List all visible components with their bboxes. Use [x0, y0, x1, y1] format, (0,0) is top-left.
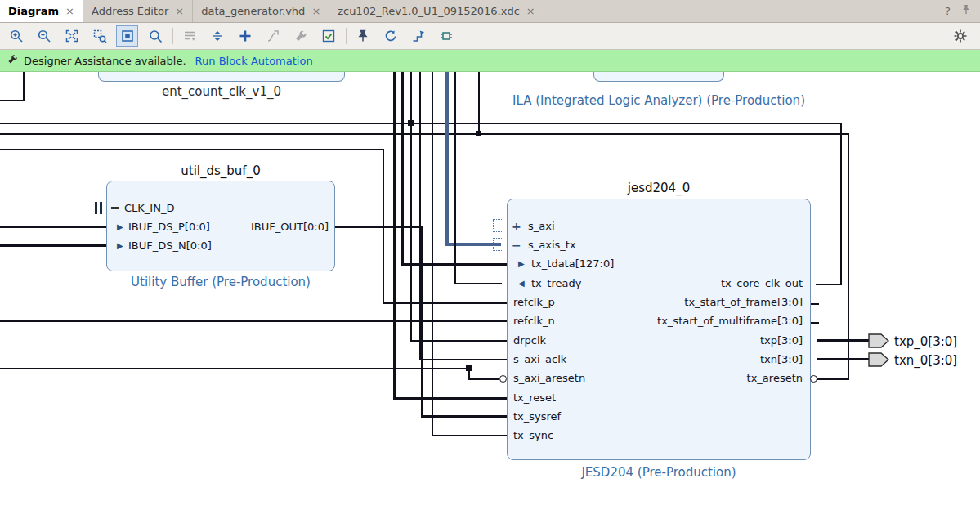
block-design-canvas[interactable]: ent_count_clk_v1_0 ILA (Integrated Logic…: [0, 72, 980, 519]
wire-segment[interactable]: [848, 133, 849, 380]
port-arrow-icon: ▶: [518, 260, 525, 268]
port-s-axi-aresetn[interactable]: s_axi_aresetn: [513, 372, 585, 384]
wire-segment-highlighted[interactable]: [445, 72, 449, 245]
port-tx-tready[interactable]: tx_tready: [531, 277, 581, 289]
block-type-label: JESD204 (Pre-Production): [507, 465, 811, 480]
find-icon[interactable]: [144, 25, 166, 47]
wire-segment[interactable]: [0, 149, 384, 150]
wire-segment[interactable]: [432, 72, 433, 436]
port-arrow-icon: ▶: [117, 242, 123, 250]
wire-segment[interactable]: [0, 368, 470, 369]
validate-design-icon[interactable]: [317, 25, 339, 47]
port-ibuf-ds-n[interactable]: IBUF_DS_N[0:0]: [128, 239, 212, 252]
wire-segment[interactable]: [0, 244, 107, 247]
external-port-icon-txp[interactable]: [868, 333, 889, 348]
block-ila-fragment[interactable]: [593, 72, 724, 82]
tab-data-generator[interactable]: data_generator.vhd ×: [193, 0, 329, 22]
wire-segment[interactable]: [401, 72, 404, 266]
wire-segment[interactable]: [0, 320, 507, 322]
wire-segment[interactable]: [334, 226, 423, 228]
wire-segment[interactable]: [816, 284, 842, 285]
designer-assistance-banner: Designer Assistance available. Run Block…: [0, 50, 980, 72]
close-icon[interactable]: ×: [65, 5, 74, 17]
port-tx-core-clk-out[interactable]: tx_core_clk_out: [613, 277, 803, 289]
help-icon[interactable]: ?: [945, 5, 951, 17]
collapse-minus-icon[interactable]: [111, 207, 119, 209]
port-tx-start-of-frame[interactable]: tx_start_of_frame[3:0]: [613, 296, 803, 308]
wire-segment[interactable]: [410, 340, 507, 342]
wire-segment[interactable]: [23, 72, 25, 101]
wire-segment[interactable]: [468, 378, 499, 380]
wire-segment[interactable]: [0, 100, 25, 101]
port-tx-sync[interactable]: tx_sync: [513, 429, 553, 441]
wire-segment[interactable]: [817, 378, 848, 380]
block-title[interactable]: jesd204_0: [507, 181, 811, 195]
port-txn[interactable]: txn[3:0]: [613, 353, 803, 365]
wire-segment[interactable]: [410, 72, 412, 342]
tab-diagram[interactable]: Diagram ×: [0, 0, 83, 22]
port-tx-start-of-multiframe[interactable]: tx_start_of_multiframe[3:0]: [613, 315, 803, 327]
wire-segment[interactable]: [383, 302, 507, 304]
port-s-axis-tx[interactable]: s_axis_tx: [528, 239, 576, 251]
optimize-routing-icon[interactable]: [407, 25, 429, 47]
port-s-axi-aclk[interactable]: s_axi_aclk: [513, 353, 566, 365]
wire-segment[interactable]: [0, 133, 849, 135]
port-tx-sysref[interactable]: tx_sysref: [513, 410, 561, 423]
settings-gear-icon[interactable]: [949, 25, 971, 47]
run-block-automation-link[interactable]: Run Block Automation: [195, 55, 313, 67]
port-ibuf-ds-p[interactable]: IBUF_DS_P[0:0]: [128, 221, 210, 233]
port-refclk-p[interactable]: refclk_p: [513, 296, 555, 308]
close-icon[interactable]: ×: [526, 5, 535, 17]
regenerate-layout-icon[interactable]: [379, 25, 401, 47]
port-txp[interactable]: txp[3:0]: [613, 334, 803, 347]
autofit-selection-icon[interactable]: [116, 25, 138, 47]
port-tx-tdata[interactable]: tx_tdata[127:0]: [531, 257, 614, 270]
wire-junction: [476, 131, 481, 136]
wire-segment[interactable]: [811, 322, 819, 324]
wire-segment[interactable]: [454, 283, 502, 284]
wire-segment[interactable]: [421, 415, 507, 418]
zoom-to-selected-icon[interactable]: [88, 25, 110, 47]
external-port-label-txn[interactable]: txn_0[3:0]: [894, 353, 957, 368]
expand-hierarchy-icon[interactable]: [206, 25, 228, 47]
wire-segment[interactable]: [817, 339, 870, 342]
zoom-in-icon[interactable]: [5, 25, 27, 47]
port-s-axi[interactable]: s_axi: [528, 220, 555, 232]
external-port-label-txp[interactable]: txp_0[3:0]: [894, 334, 957, 349]
port-tx-reset[interactable]: tx_reset: [513, 391, 556, 404]
block-title[interactable]: util_ds_buf_0: [106, 163, 335, 178]
tab-xdc[interactable]: zcu102_Rev1.0_U1_09152016.xdc ×: [329, 0, 544, 22]
add-ip-icon[interactable]: [234, 25, 256, 47]
wire-segment[interactable]: [393, 397, 507, 400]
port-clk-in-d[interactable]: CLK_IN_D: [124, 202, 174, 214]
collapse-minus-icon[interactable]: −: [512, 239, 521, 251]
port-refclk-n[interactable]: refclk_n: [513, 315, 555, 327]
wire-segment[interactable]: [0, 123, 842, 124]
wire-segment[interactable]: [840, 123, 842, 285]
wire-segment[interactable]: [811, 303, 819, 305]
port-ibuf-out[interactable]: IBUF_OUT[0:0]: [204, 221, 329, 233]
block-ent-count-clk-fragment[interactable]: [98, 72, 345, 82]
pin-selection-icon[interactable]: [351, 25, 374, 47]
zoom-fit-icon[interactable]: [60, 25, 83, 47]
wire-segment[interactable]: [817, 358, 870, 360]
close-icon[interactable]: ×: [311, 5, 320, 17]
wire-segment[interactable]: [421, 226, 423, 418]
banner-message: Designer Assistance available.: [24, 55, 186, 67]
close-icon[interactable]: ×: [175, 5, 184, 17]
wire-segment[interactable]: [478, 72, 480, 135]
pin-icon[interactable]: [960, 3, 972, 19]
wire-segment[interactable]: [432, 435, 507, 436]
external-port-icon-txn[interactable]: [868, 352, 889, 367]
wire-segment[interactable]: [454, 72, 456, 284]
expand-interfaces-icon[interactable]: [435, 25, 457, 47]
port-drpclk[interactable]: drpclk: [513, 334, 546, 347]
expand-plus-icon[interactable]: +: [512, 221, 521, 232]
port-tx-aresetn[interactable]: tx_aresetn: [613, 372, 803, 384]
tab-address-editor[interactable]: Address Editor ×: [83, 0, 193, 22]
tab-label: Diagram: [8, 5, 59, 17]
wire-segment[interactable]: [393, 72, 396, 400]
block-instance-label[interactable]: ent_count_clk_v1_0: [98, 84, 345, 99]
wire-segment[interactable]: [0, 226, 107, 228]
zoom-out-icon[interactable]: [33, 25, 55, 47]
